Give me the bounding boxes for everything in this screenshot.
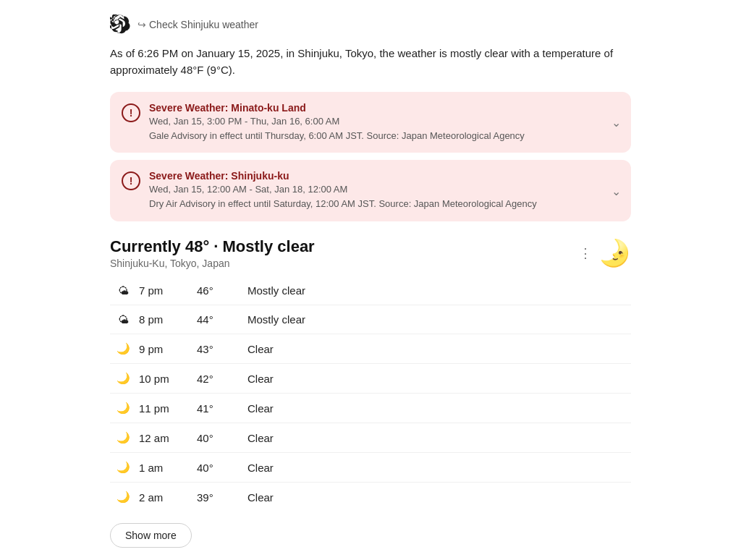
show-more-button[interactable]: Show more [110, 523, 192, 548]
forecast-icon: 🌤 [110, 305, 136, 334]
forecast-icon: 🌙 [110, 334, 136, 364]
forecast-time: 10 pm [136, 364, 194, 394]
forecast-icon: 🌙 [110, 453, 136, 483]
alerts-section: ! Severe Weather: Minato-ku Land Wed, Ja… [110, 92, 631, 222]
forecast-temp: 46° [194, 276, 245, 305]
forecast-row: 🌙 12 am 40° Clear [110, 423, 631, 453]
chatgpt-icon [110, 14, 130, 35]
current-title: Currently 48° · Mostly clear [110, 237, 315, 256]
alert-card-1: ! Severe Weather: Shinjuku-ku Wed, Jan 1… [110, 160, 631, 221]
forecast-icon: 🌙 [110, 483, 136, 512]
alert-title-0: Severe Weather: Minato-ku Land [149, 102, 619, 114]
forecast-desc: Clear [245, 394, 631, 423]
more-options-icon[interactable]: ⋮ [579, 245, 593, 261]
current-location: Shinjuku-Ku, Tokyo, Japan [110, 258, 315, 269]
forecast-time: 2 am [136, 483, 194, 512]
forecast-icon: 🌤 [110, 276, 136, 305]
current-weather-icon: 🌛 [598, 240, 631, 266]
alert-icon-1: ! [122, 171, 140, 190]
alert-time-1: Wed, Jan 15, 12:00 AM - Sat, Jan 18, 12:… [149, 184, 619, 195]
alert-title-1: Severe Weather: Shinjuku-ku [149, 170, 619, 182]
forecast-time: 12 am [136, 423, 194, 453]
forecast-temp: 42° [194, 364, 245, 394]
header-row: Check Shinjuku weather [110, 14, 631, 35]
forecast-icon: 🌙 [110, 394, 136, 423]
forecast-desc: Clear [245, 483, 631, 512]
alert-chevron-0[interactable]: ⌄ [611, 115, 621, 129]
forecast-desc: Clear [245, 364, 631, 394]
alert-content-0: Severe Weather: Minato-ku Land Wed, Jan … [149, 102, 619, 143]
alert-time-0: Wed, Jan 15, 3:00 PM - Thu, Jan 16, 6:00… [149, 116, 619, 127]
weather-description: As of 6:26 PM on January 15, 2025, in Sh… [110, 45, 631, 79]
forecast-time: 7 pm [136, 276, 194, 305]
current-right: ⋮ 🌛 [579, 240, 631, 266]
svg-text:!: ! [130, 175, 133, 187]
svg-text:!: ! [130, 107, 133, 119]
alert-content-1: Severe Weather: Shinjuku-ku Wed, Jan 15,… [149, 170, 619, 211]
forecast-temp: 44° [194, 305, 245, 334]
forecast-row: 🌙 11 pm 41° Clear [110, 394, 631, 423]
alert-card-0: ! Severe Weather: Minato-ku Land Wed, Ja… [110, 92, 631, 153]
forecast-row: 🌙 1 am 40° Clear [110, 453, 631, 483]
alert-chevron-1[interactable]: ⌄ [611, 184, 621, 198]
forecast-time: 1 am [136, 453, 194, 483]
forecast-desc: Clear [245, 423, 631, 453]
forecast-desc: Mostly clear [245, 276, 631, 305]
forecast-temp: 40° [194, 423, 245, 453]
current-left: Currently 48° · Mostly clear Shinjuku-Ku… [110, 237, 315, 269]
alert-icon-0: ! [122, 103, 140, 122]
current-weather-header: Currently 48° · Mostly clear Shinjuku-Ku… [110, 237, 631, 269]
check-weather-link[interactable]: Check Shinjuku weather [137, 19, 258, 30]
forecast-desc: Clear [245, 453, 631, 483]
forecast-icon: 🌙 [110, 364, 136, 394]
forecast-temp: 43° [194, 334, 245, 364]
forecast-desc: Mostly clear [245, 305, 631, 334]
forecast-row: 🌤 7 pm 46° Mostly clear [110, 276, 631, 305]
forecast-desc: Clear [245, 334, 631, 364]
forecast-row: 🌙 2 am 39° Clear [110, 483, 631, 512]
forecast-icon: 🌙 [110, 423, 136, 453]
forecast-row: 🌙 10 pm 42° Clear [110, 364, 631, 394]
forecast-temp: 41° [194, 394, 245, 423]
forecast-row: 🌤 8 pm 44° Mostly clear [110, 305, 631, 334]
forecast-time: 8 pm [136, 305, 194, 334]
forecast-table: 🌤 7 pm 46° Mostly clear 🌤 8 pm 44° Mostl… [110, 276, 631, 512]
forecast-time: 11 pm [136, 394, 194, 423]
alert-desc-1: Dry Air Advisory in effect until Saturda… [149, 198, 619, 211]
forecast-time: 9 pm [136, 334, 194, 364]
forecast-temp: 40° [194, 453, 245, 483]
forecast-row: 🌙 9 pm 43° Clear [110, 334, 631, 364]
alert-desc-0: Gale Advisory in effect until Thursday, … [149, 130, 619, 143]
forecast-temp: 39° [194, 483, 245, 512]
